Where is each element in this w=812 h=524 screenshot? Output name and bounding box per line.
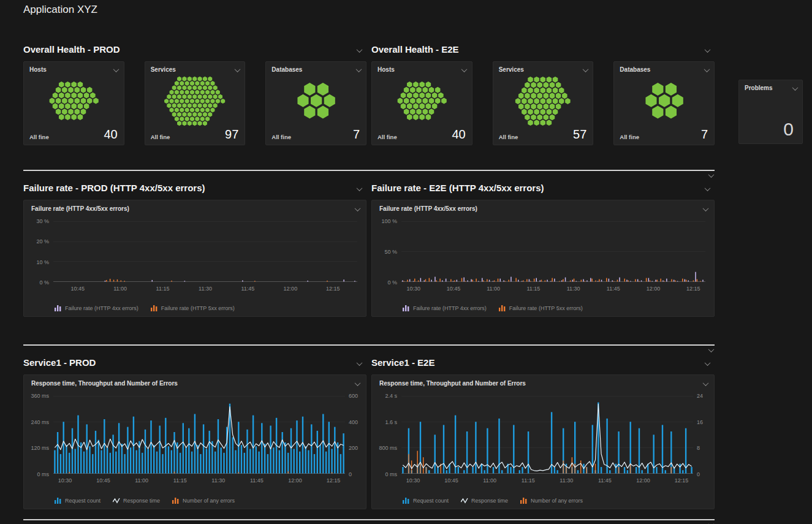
x-axis: 10:3010:4511:0011:1511:3011:4512:0012:15 <box>401 283 705 295</box>
legend-item[interactable]: Response time <box>461 497 508 504</box>
chevron-down-icon[interactable] <box>354 205 361 213</box>
x-axis-tick-label: 12:15 <box>686 286 700 292</box>
legend-item[interactable]: Request count <box>403 497 449 504</box>
health-tile-services-prod[interactable]: Services All fine 97 <box>145 61 246 145</box>
section-title: Failure rate - PROD (HTTP 4xx/5xx errors… <box>23 183 205 193</box>
chevron-down-icon[interactable] <box>707 521 715 524</box>
y-axis-tick-label: 360 ms <box>31 393 49 399</box>
x-axis-tick-label: 10:30 <box>407 286 421 292</box>
chevron-down-icon[interactable] <box>707 346 715 354</box>
page-title: Application XYZ <box>23 4 97 16</box>
chart-title: Response time, Throughput and Number of … <box>379 380 526 387</box>
health-tile-hosts-e2e[interactable]: Hosts All fine 40 <box>371 61 472 145</box>
health-tile-databases-e2e[interactable]: Databases All fine 7 <box>613 61 715 145</box>
chevron-down-icon[interactable] <box>704 47 711 54</box>
y-axis-left: 100 %50 %0 % <box>372 221 401 283</box>
problems-tile[interactable]: Problems 0 <box>738 80 803 144</box>
chart-legend: Failure rate (HTTP 4xx errors)Failure ra… <box>372 303 714 316</box>
x-axis: 10:3010:4511:0011:1511:3011:4512:0012:15 <box>401 474 693 487</box>
chart-tile-service1-e2e[interactable]: Response time, Throughput and Number of … <box>371 374 715 509</box>
x-axis-tick-label: 12:00 <box>284 286 298 292</box>
y-axis-right: 6004002000 <box>345 396 366 474</box>
section-overall-health-prod: Overall Health - PROD Hosts All fine 40 <box>23 44 366 145</box>
y-axis-tick-label: 600 <box>349 393 358 399</box>
y-axis-tick-label: 0 <box>349 471 352 477</box>
x-axis-tick-label: 10:45 <box>70 286 85 292</box>
chevron-down-icon[interactable] <box>461 66 468 74</box>
chevron-down-icon[interactable] <box>355 47 363 54</box>
x-axis-tick-label: 12:00 <box>636 477 650 484</box>
health-tile-hosts-prod[interactable]: Hosts All fine 40 <box>23 61 124 145</box>
section-service1-e2e: Service1 - E2E Response time, Throughput… <box>371 357 715 509</box>
bar-series-icon <box>403 497 410 504</box>
section-header: Overall Health - PROD <box>23 44 366 58</box>
chevron-down-icon[interactable] <box>707 172 715 179</box>
chart-canvas[interactable] <box>401 396 693 474</box>
honeycomb-hosts <box>24 74 124 128</box>
tile-title: Problems <box>745 85 773 92</box>
chevron-down-icon[interactable] <box>355 185 363 192</box>
chevron-down-icon[interactable] <box>791 85 799 92</box>
chart-tile-failure-prod[interactable]: Failure rate (HTTP 4xx/5xx errors) 30 %2… <box>23 200 366 317</box>
failure-rate-row: Failure rate - PROD (HTTP 4xx/5xx errors… <box>23 183 715 317</box>
chevron-down-icon[interactable] <box>355 360 363 367</box>
chevron-down-icon[interactable] <box>354 380 361 387</box>
y-axis-tick-label: 120 ms <box>31 445 49 451</box>
chevron-down-icon[interactable] <box>704 185 711 192</box>
x-axis-tick-label: 10:30 <box>406 477 420 484</box>
count-value: 57 <box>573 128 586 140</box>
chart-plot-area[interactable] <box>53 396 345 474</box>
chart-canvas[interactable] <box>53 396 345 474</box>
count-value: 7 <box>701 128 708 140</box>
chevron-down-icon[interactable] <box>703 66 710 74</box>
honeycomb-hexagons <box>161 75 228 127</box>
legend-label: Request count <box>413 498 449 504</box>
chevron-down-icon[interactable] <box>113 66 120 74</box>
honeycomb-databases <box>614 74 714 128</box>
chart-plot-area[interactable] <box>53 221 357 283</box>
section-header: Overall Health - E2E <box>371 44 715 58</box>
x-axis-tick-label: 12:00 <box>647 286 661 292</box>
legend-item[interactable]: Failure rate (HTTP 5xx errors) <box>151 305 235 311</box>
legend-label: Failure rate (HTTP 4xx errors) <box>65 305 138 311</box>
legend-item[interactable]: Number of any errors <box>172 497 235 504</box>
chevron-down-icon[interactable] <box>582 66 589 74</box>
honeycomb-databases <box>266 74 366 128</box>
chevron-down-icon[interactable] <box>702 205 709 213</box>
status-text: All fine <box>378 134 397 140</box>
legend-item[interactable]: Number of any errors <box>520 497 583 504</box>
y-axis-tick-label: 240 ms <box>31 419 49 425</box>
chart-tile-failure-e2e[interactable]: Failure rate (HTTP 4xx/5xx errors) 100 %… <box>371 200 715 317</box>
legend-label: Number of any errors <box>183 498 235 504</box>
honeycomb-services <box>493 74 593 128</box>
x-axis-tick-label: 11:15 <box>526 286 540 292</box>
chevron-down-icon[interactable] <box>702 380 709 387</box>
legend-item[interactable]: Request count <box>55 497 101 504</box>
tile-title: Hosts <box>29 66 47 74</box>
y-axis-tick-label: 0 <box>697 471 700 477</box>
chart-canvas[interactable] <box>53 221 357 283</box>
legend-label: Failure rate (HTTP 5xx errors) <box>509 305 583 311</box>
chevron-down-icon[interactable] <box>704 360 711 367</box>
chart-title: Failure rate (HTTP 4xx/5xx errors) <box>379 205 477 213</box>
legend-item[interactable]: Failure rate (HTTP 4xx errors) <box>403 305 487 311</box>
y-axis-left: 360 ms240 ms120 ms0 ms <box>24 396 53 474</box>
chevron-down-icon[interactable] <box>355 66 362 74</box>
legend-item[interactable]: Response time <box>113 497 160 504</box>
chevron-down-icon[interactable] <box>233 66 241 74</box>
x-axis-tick-label: 12:00 <box>288 477 302 484</box>
chart-plot-area[interactable] <box>401 396 693 474</box>
health-tile-services-e2e[interactable]: Services All fine 57 <box>493 61 594 145</box>
section-title: Overall Health - PROD <box>23 44 120 55</box>
x-axis-tick-label: 12:15 <box>675 477 689 484</box>
chart-plot-area[interactable] <box>401 221 705 283</box>
count-value: 97 <box>225 128 238 140</box>
x-axis-tick-label: 11:45 <box>241 286 255 292</box>
bar-series-icon <box>403 305 410 311</box>
legend-item[interactable]: Failure rate (HTTP 4xx errors) <box>55 305 138 311</box>
health-tile-databases-prod[interactable]: Databases All fine 7 <box>265 61 366 145</box>
chart-canvas[interactable] <box>401 221 705 283</box>
legend-item[interactable]: Failure rate (HTTP 5xx errors) <box>499 305 583 311</box>
status-text: All fine <box>620 134 639 140</box>
chart-tile-service1-prod[interactable]: Response time, Throughput and Number of … <box>23 374 366 509</box>
